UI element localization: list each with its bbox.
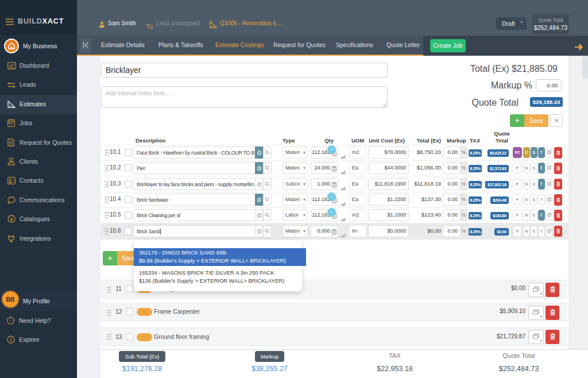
svg-text:$: $ xyxy=(10,217,13,222)
